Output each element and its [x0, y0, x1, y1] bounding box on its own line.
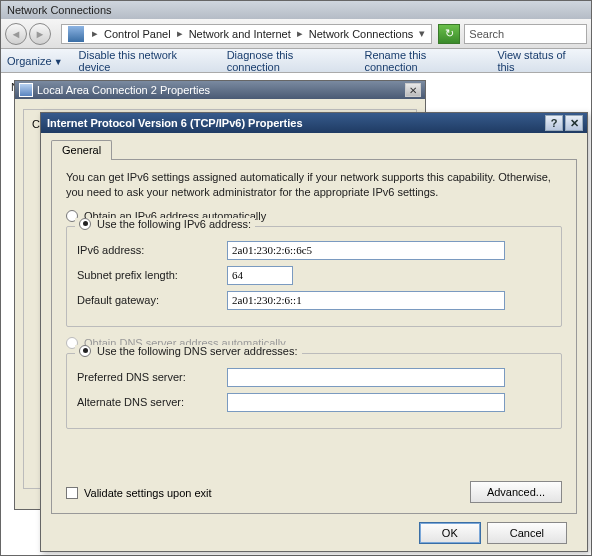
- lac2-title: Local Area Connection 2 Properties: [37, 84, 210, 96]
- tabstrip: General: [51, 139, 577, 160]
- parent-toolbar: ◄ ► ▸ Control Panel ▸ Network and Intern…: [1, 19, 591, 49]
- parent-titlebar: Network Connections: [1, 1, 591, 19]
- close-button[interactable]: ✕: [405, 83, 421, 97]
- validate-checkbox[interactable]: Validate settings upon exit: [66, 487, 212, 499]
- ok-button[interactable]: OK: [419, 522, 481, 544]
- control-panel-icon: [68, 26, 84, 42]
- breadcrumb[interactable]: ▸ Control Panel ▸ Network and Internet ▸…: [61, 24, 432, 44]
- default-gateway-label: Default gateway:: [77, 294, 227, 306]
- default-gateway-input[interactable]: [227, 291, 505, 310]
- nav-forward-button[interactable]: ►: [29, 23, 51, 45]
- radio-use-dns-manual[interactable]: Use the following DNS server addresses:: [75, 345, 302, 357]
- help-button[interactable]: ?: [545, 115, 563, 131]
- alternate-dns-input[interactable]: [227, 393, 505, 412]
- body-fragment: C: [32, 118, 40, 130]
- description-text: You can get IPv6 settings assigned autom…: [66, 170, 562, 200]
- search-input[interactable]: Search: [464, 24, 587, 44]
- breadcrumb-item[interactable]: Control Panel: [102, 28, 173, 40]
- subnet-prefix-input[interactable]: [227, 266, 293, 285]
- dialog-body: General You can get IPv6 settings assign…: [41, 133, 587, 552]
- alternate-dns-label: Alternate DNS server:: [77, 396, 227, 408]
- breadcrumb-item[interactable]: Network Connections: [307, 28, 416, 40]
- ipv6-address-group: Use the following IPv6 address: IPv6 add…: [66, 226, 562, 327]
- dns-group: Use the following DNS server addresses: …: [66, 353, 562, 429]
- rename-button[interactable]: Rename this connection: [364, 49, 481, 73]
- radio-icon: [79, 345, 91, 357]
- dialog-title: Internet Protocol Version 6 (TCP/IPv6) P…: [45, 117, 543, 129]
- network-adapter-icon: [19, 83, 33, 97]
- dialog-titlebar: Internet Protocol Version 6 (TCP/IPv6) P…: [41, 113, 587, 133]
- disable-device-button[interactable]: Disable this network device: [79, 49, 211, 73]
- cancel-button[interactable]: Cancel: [487, 522, 567, 544]
- organize-menu[interactable]: Organize▼: [7, 55, 63, 67]
- chevron-right-icon: ▸: [88, 27, 102, 40]
- advanced-button[interactable]: Advanced...: [470, 481, 562, 503]
- tab-general[interactable]: General: [51, 140, 112, 160]
- preferred-dns-input[interactable]: [227, 368, 505, 387]
- parent-title: Network Connections: [7, 4, 112, 16]
- radio-use-ipv6-manual[interactable]: Use the following IPv6 address:: [75, 218, 255, 230]
- diagnose-button[interactable]: Diagnose this connection: [227, 49, 349, 73]
- ipv6-address-label: IPv6 address:: [77, 244, 227, 256]
- chevron-down-icon: ▾: [415, 27, 429, 40]
- checkbox-icon: [66, 487, 78, 499]
- chevron-right-icon: ▸: [293, 27, 307, 40]
- preferred-dns-label: Preferred DNS server:: [77, 371, 227, 383]
- tab-content: You can get IPv6 settings assigned autom…: [51, 160, 577, 514]
- search-placeholder: Search: [469, 28, 504, 40]
- radio-label: Use the following IPv6 address:: [97, 218, 251, 230]
- chevron-right-icon: ▸: [173, 27, 187, 40]
- breadcrumb-item[interactable]: Network and Internet: [187, 28, 293, 40]
- dialog-footer: OK Cancel: [51, 514, 577, 544]
- command-bar: Organize▼ Disable this network device Di…: [1, 49, 591, 73]
- radio-label: Use the following DNS server addresses:: [97, 345, 298, 357]
- refresh-button[interactable]: ↻: [438, 24, 460, 44]
- ipv6-properties-dialog: Internet Protocol Version 6 (TCP/IPv6) P…: [40, 112, 588, 552]
- ipv6-address-input[interactable]: [227, 241, 505, 260]
- validate-label: Validate settings upon exit: [84, 487, 212, 499]
- subnet-prefix-label: Subnet prefix length:: [77, 269, 227, 281]
- view-status-button[interactable]: View status of this: [497, 49, 585, 73]
- nav-back-button[interactable]: ◄: [5, 23, 27, 45]
- close-button[interactable]: ✕: [565, 115, 583, 131]
- radio-icon: [79, 218, 91, 230]
- lac2-titlebar: Local Area Connection 2 Properties ✕: [15, 81, 425, 99]
